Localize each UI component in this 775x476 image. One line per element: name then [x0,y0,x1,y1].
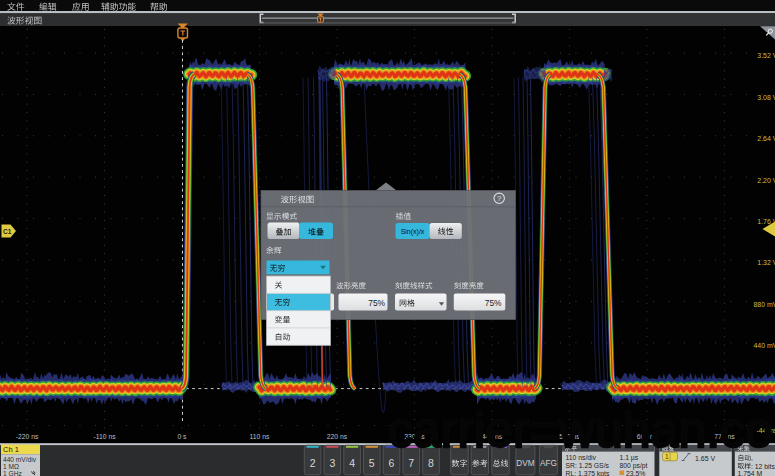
svg-text:440 mV: 440 mV [753,342,775,349]
svg-text:75%: 75% [368,298,385,308]
svg-text:2: 2 [310,457,316,469]
svg-text:Ch 1: Ch 1 [3,445,19,454]
svg-text:DVM: DVM [516,459,534,468]
svg-text:440 mV/div: 440 mV/div [3,456,37,463]
svg-text:SR: 1.25 GS/s: SR: 1.25 GS/s [566,462,610,469]
svg-text:3: 3 [329,457,335,469]
svg-text:4: 4 [349,457,355,469]
svg-text:880 mV: 880 mV [753,301,775,308]
svg-text:1 GHz: 1 GHz [3,470,22,476]
svg-text:2.20 V: 2.20 V [757,177,775,184]
svg-text:3.08 V: 3.08 V [757,94,775,101]
svg-text:75%: 75% [485,298,502,308]
svg-text:C1: C1 [3,228,12,235]
svg-text:800 ps/pt: 800 ps/pt [620,462,648,470]
svg-text:1.32 V: 1.32 V [757,259,775,266]
svg-text:1.76 V: 1.76 V [757,218,775,225]
svg-text:7: 7 [408,457,414,469]
svg-text:3.52 V: 3.52 V [757,52,775,59]
svg-text:110 ns: 110 ns [250,433,271,440]
svg-text:carrier=wuhan.com: carrier=wuhan.com [388,402,775,458]
svg-text:RL: 1.375 kpts: RL: 1.375 kpts [566,470,610,476]
svg-text:0 s: 0 s [177,433,187,440]
svg-text:AFG: AFG [540,459,557,468]
svg-text:23.5%: 23.5% [626,470,645,476]
svg-text:6: 6 [389,457,395,469]
svg-text:?: ? [497,194,502,203]
svg-text:-110 ns: -110 ns [93,433,116,440]
svg-text:8: 8 [428,457,434,469]
svg-text:: 12 bits: : 12 bits [751,463,775,470]
svg-text:220 ns: 220 ns [327,433,348,440]
svg-text:5: 5 [369,457,375,469]
svg-text:Sin(x)/x: Sin(x)/x [401,228,425,236]
svg-text:2.64 V: 2.64 V [757,135,775,142]
svg-text:1.754 M: 1.754 M [738,470,763,476]
svg-text:1 MΩ: 1 MΩ [3,463,19,470]
svg-text:-220 ns: -220 ns [16,433,39,440]
